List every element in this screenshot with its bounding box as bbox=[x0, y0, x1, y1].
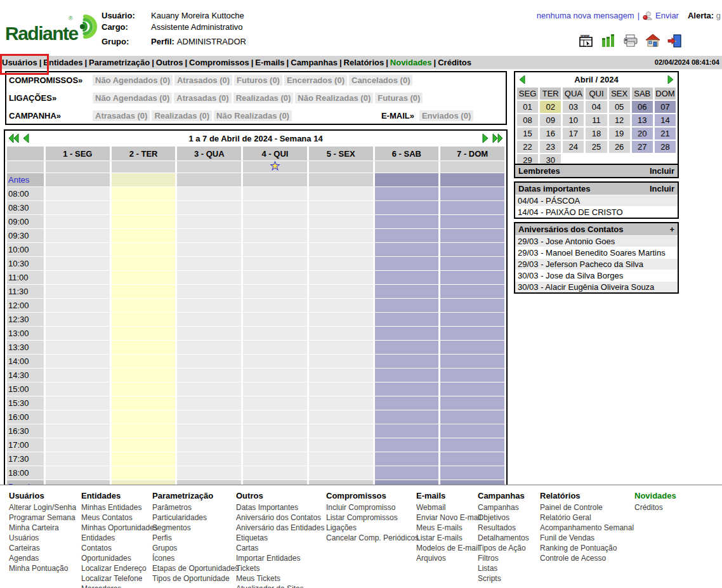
next-month-icon[interactable] bbox=[667, 75, 674, 84]
slot-4-qui-14-00[interactable] bbox=[243, 355, 307, 368]
slot-5-sex-11-30[interactable] bbox=[309, 285, 373, 298]
footer-link-tickets[interactable]: Tickets bbox=[236, 563, 326, 573]
slot-4-qui-14-30[interactable] bbox=[243, 369, 307, 382]
slot-2-ter-12-00[interactable] bbox=[112, 299, 176, 312]
footer-link-grupos[interactable]: Grupos bbox=[152, 543, 236, 553]
slot-3-qua-10-00[interactable] bbox=[177, 243, 241, 256]
slot-6-sab-11-00[interactable] bbox=[375, 271, 439, 284]
slot-6-sab-13-30[interactable] bbox=[375, 341, 439, 354]
slot-1-seg-14-30[interactable] bbox=[46, 369, 110, 382]
slot-6-sab-14-30[interactable] bbox=[375, 369, 439, 382]
slot-1-seg-15-30[interactable] bbox=[46, 396, 110, 410]
footer-link-relatorio-geral[interactable]: Relatório Geral bbox=[540, 513, 634, 523]
month-day-08[interactable]: 08 bbox=[517, 114, 538, 126]
slot-7-dom-10-30[interactable] bbox=[440, 257, 504, 270]
slot-2-ter-13-30[interactable] bbox=[112, 341, 176, 354]
month-day-15[interactable]: 15 bbox=[517, 127, 538, 140]
slot-2-ter-10-30[interactable] bbox=[112, 257, 176, 270]
slot-6-sab-16-30[interactable] bbox=[375, 424, 439, 438]
slot-3-qua-16-00[interactable] bbox=[177, 410, 241, 424]
slot-4-qui-15-30[interactable] bbox=[243, 396, 307, 410]
birthdays-expand-button[interactable]: + bbox=[669, 225, 674, 234]
slot-5-sex-17-30[interactable] bbox=[309, 452, 373, 466]
slot-3-qua-15-00[interactable] bbox=[177, 382, 241, 396]
footer-link-localizar-telefone[interactable]: Localizar Telefone bbox=[81, 573, 152, 584]
footer-link-listas[interactable]: Listas bbox=[478, 563, 540, 573]
status-count-atrasadas[interactable]: Atrasadas (0) bbox=[93, 110, 150, 121]
slot-5-sex-14-30[interactable] bbox=[309, 369, 373, 382]
slot-2-ter-12-30[interactable] bbox=[112, 313, 176, 326]
slot-7-dom-16-00[interactable] bbox=[440, 410, 504, 424]
slot-2-ter-11-00[interactable] bbox=[112, 271, 176, 284]
footer-link-cartas[interactable]: Cartas bbox=[236, 543, 326, 553]
slot-6-sab-09-00[interactable] bbox=[375, 215, 439, 228]
footer-link-agendas[interactable]: Agendas bbox=[9, 553, 81, 563]
status-count-nao-agendadas[interactable]: Não Agendadas (0) bbox=[93, 93, 172, 103]
footer-link-etiquetas[interactable]: Etiquetas bbox=[236, 533, 326, 543]
slot-4-qui-09-00[interactable] bbox=[243, 215, 307, 228]
slot-3-qua-13-30[interactable] bbox=[177, 341, 241, 354]
footer-link-segmentos[interactable]: Segmentos bbox=[152, 523, 236, 533]
slot-2-ter-14-30[interactable] bbox=[112, 369, 176, 382]
slot-1-seg-08-30[interactable] bbox=[46, 201, 110, 214]
slot-6-sab-08-00[interactable] bbox=[375, 187, 439, 200]
footer-link-datas-importantes[interactable]: Datas Importantes bbox=[236, 502, 326, 513]
month-day-07[interactable]: 07 bbox=[655, 101, 676, 113]
month-day-13[interactable]: 13 bbox=[632, 114, 653, 126]
footer-link-minha-carteira[interactable]: Minha Carteira bbox=[9, 523, 81, 533]
status-count-nao-agendados[interactable]: Não Agendados (0) bbox=[93, 75, 173, 86]
footer-link-meus-contatos[interactable]: Meus Contatos bbox=[81, 513, 152, 523]
slot-1-seg-antes[interactable] bbox=[46, 173, 110, 186]
slot-2-ter-11-30[interactable] bbox=[112, 285, 176, 298]
footer-link-minhas-oportunidades[interactable]: Minhas Oportunidades bbox=[81, 523, 152, 533]
menu-item-parametrizacao[interactable]: Parametrização bbox=[87, 58, 152, 67]
slot-7-dom-09-00[interactable] bbox=[440, 215, 504, 228]
slot-3-qua-09-00[interactable] bbox=[177, 215, 241, 228]
alert-link[interactable]: g bbox=[716, 11, 721, 20]
slot-5-sex-12-30[interactable] bbox=[309, 313, 373, 326]
month-day-14[interactable]: 14 bbox=[655, 114, 676, 126]
slot-6-sab-12-30[interactable] bbox=[375, 313, 439, 326]
slot-3-qua-09-30[interactable] bbox=[177, 229, 241, 242]
month-day-17[interactable]: 17 bbox=[563, 127, 584, 140]
slot-4-qui-17-30[interactable] bbox=[243, 452, 307, 466]
slot-4-qui-11-00[interactable] bbox=[243, 271, 307, 284]
footer-link-meus-tickets[interactable]: Meus Tickets bbox=[236, 573, 326, 584]
slot-3-qua-11-00[interactable] bbox=[177, 271, 241, 284]
reminders-add-button[interactable]: Incluir bbox=[650, 166, 674, 176]
slot-4-qui-18-00[interactable] bbox=[243, 466, 307, 480]
slot-7-dom-15-30[interactable] bbox=[440, 396, 504, 410]
next-week-icon[interactable] bbox=[482, 133, 489, 143]
slot-2-ter-16-00[interactable] bbox=[112, 410, 176, 424]
send-link[interactable]: Enviar bbox=[655, 11, 679, 20]
footer-link-ranking-de-pontuacao[interactable]: Ranking de Pontuação bbox=[540, 543, 634, 553]
slot-3-qua-14-30[interactable] bbox=[177, 369, 241, 382]
slot-3-qua-12-00[interactable] bbox=[177, 299, 241, 312]
month-day-05[interactable]: 05 bbox=[609, 101, 630, 113]
status-count-realizadas[interactable]: Realizadas (0) bbox=[152, 110, 212, 121]
footer-link-modelos-de-e-mail[interactable]: Modelos de E-mail bbox=[416, 543, 478, 553]
slot-5-sex-08-30[interactable] bbox=[309, 201, 373, 214]
home-icon[interactable] bbox=[645, 33, 660, 48]
slot-6-sab-14-00[interactable] bbox=[375, 355, 439, 368]
menu-item-entidades[interactable]: Entidades bbox=[41, 58, 84, 67]
slot-5-sex-11-00[interactable] bbox=[309, 271, 373, 284]
slot-7-dom-08-30[interactable] bbox=[440, 201, 504, 214]
slot-5-sex-15-30[interactable] bbox=[309, 396, 373, 410]
month-day-06[interactable]: 06 bbox=[632, 101, 653, 113]
slot-3-qua-14-00[interactable] bbox=[177, 355, 241, 368]
status-count-atrasadas[interactable]: Atrasadas (0) bbox=[174, 93, 231, 103]
footer-link-tipos-de-acao[interactable]: Tipos de Ação bbox=[478, 543, 540, 553]
footer-link-enviar-novo-e-mail[interactable]: Enviar Novo E-mail bbox=[416, 513, 478, 523]
slot-4-qui-08-00[interactable] bbox=[243, 187, 307, 200]
slot-6-sab-08-30[interactable] bbox=[375, 201, 439, 214]
slot-5-sex-09-30[interactable] bbox=[309, 229, 373, 242]
status-count-nao-realizadas[interactable]: Não Realizadas (0) bbox=[214, 110, 292, 121]
slot-7-dom-08-00[interactable] bbox=[440, 187, 504, 200]
slot-5-sex-13-00[interactable] bbox=[309, 327, 373, 340]
month-day-03[interactable]: 03 bbox=[563, 101, 584, 113]
next-week-fast-icon[interactable] bbox=[492, 133, 503, 143]
slot-6-sab-18-00[interactable] bbox=[375, 466, 439, 480]
footer-link-objetivos[interactable]: Objetivos bbox=[478, 513, 540, 523]
footer-link-alterar-login-senha[interactable]: Alterar Login/Senha bbox=[9, 502, 81, 513]
